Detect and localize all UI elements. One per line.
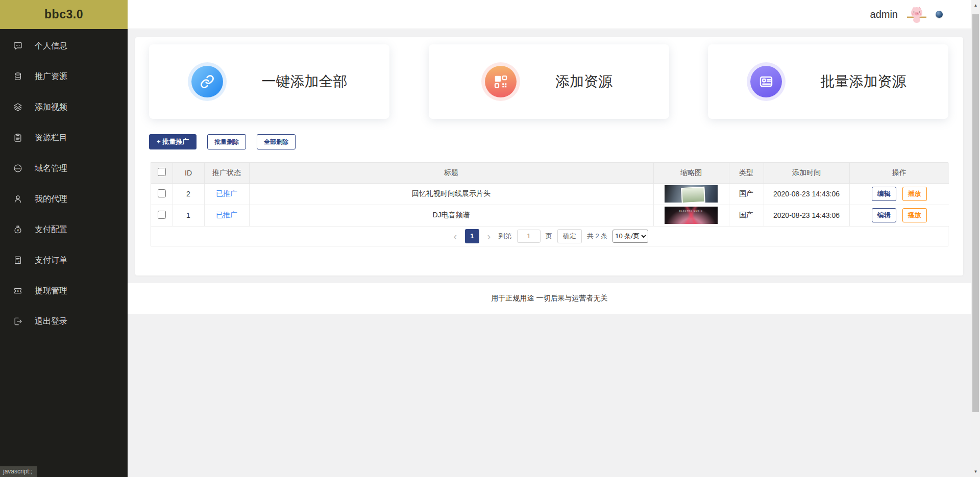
link-icon <box>191 66 223 97</box>
row-select-cell <box>151 205 173 226</box>
globe-www-icon: www <box>13 163 23 173</box>
batch-add-resource-card[interactable]: 批量添加资源 <box>708 44 948 119</box>
row-id: 2 <box>173 183 204 205</box>
row-id: 1 <box>173 205 204 226</box>
username-label: admin <box>870 9 898 20</box>
row-checkbox[interactable] <box>158 189 166 197</box>
disclaimer-text: 用于正规用途 一切后果与运营者无关 <box>492 294 608 303</box>
edit-button[interactable]: 编辑 <box>872 208 896 222</box>
scroll-down-arrow-icon[interactable]: ▼ <box>971 467 980 476</box>
page-size-select[interactable]: 10 条/页 <box>612 230 648 243</box>
sidebar-item-label: 域名管理 <box>35 163 67 174</box>
globe-sphere-icon[interactable] <box>936 11 943 18</box>
resource-table-container: ID 推广状态 标题 缩略图 类型 添加时间 操作 2 已推广 回忆礼视时间线展… <box>151 162 948 246</box>
add-resource-card[interactable]: 添加资源 <box>429 44 669 119</box>
toolbar: + 批量推广 批量删除 全部删除 <box>135 119 963 149</box>
table-row: 1 已推广 DJ电音频谱 ELECTRO MUSIC 国产 2020-08-23… <box>151 205 949 226</box>
sidebar-item-add-video[interactable]: 添加视频 <box>0 92 128 122</box>
receipt-icon: ¥ <box>13 255 23 265</box>
card-label: 添加资源 <box>555 72 612 91</box>
scrollbar-thumb[interactable] <box>972 14 979 412</box>
pagination: ‹ 1 › 到第 页 确定 共 2 条 10 条/页 <box>151 227 948 246</box>
chat-icon <box>13 41 23 51</box>
sidebar-item-label: 添加视频 <box>35 102 67 113</box>
row-status: 已推广 <box>204 205 249 226</box>
sidebar-item-label: 支付订单 <box>35 255 67 266</box>
svg-text:¥: ¥ <box>18 260 20 263</box>
row-actions: 编辑 播放 <box>849 205 949 226</box>
app-logo: bbc3.0 <box>0 0 128 29</box>
edit-button[interactable]: 编辑 <box>872 187 896 201</box>
next-page-arrow[interactable]: › <box>484 231 494 241</box>
sidebar-item-label: 支付配置 <box>35 224 67 235</box>
sidebar-item-label: 个人信息 <box>35 41 67 52</box>
total-count-label: 共 2 条 <box>587 232 607 241</box>
goto-suffix-label: 页 <box>546 232 552 241</box>
svg-text:¥: ¥ <box>17 289 19 293</box>
play-button[interactable]: 播放 <box>902 208 927 222</box>
browser-status-bar: javascript:; <box>0 466 37 477</box>
prev-page-arrow[interactable]: ‹ <box>451 231 460 241</box>
sidebar-item-label: 资源栏目 <box>35 133 67 143</box>
promoted-status-link[interactable]: 已推广 <box>216 211 237 219</box>
select-all-checkbox[interactable] <box>158 168 166 176</box>
row-thumbnail-cell: ELECTRO MUSIC <box>653 205 729 226</box>
sidebar-menu: 个人信息 推广资源 添加视频 资源栏目 www 域名管理 我的代理 ¥ 支付配置 <box>0 29 128 337</box>
scrollbar[interactable]: ▲ ▼ <box>971 0 980 477</box>
batch-delete-button[interactable]: 批量删除 <box>207 134 246 149</box>
header-type: 类型 <box>729 163 764 183</box>
add-all-card[interactable]: 一键添加全部 <box>149 44 389 119</box>
quick-action-cards: 一键添加全部 添加资源 批量添加资源 <box>135 37 963 119</box>
sidebar-item-my-agents[interactable]: 我的代理 <box>0 184 128 214</box>
form-icon <box>750 66 782 97</box>
user-icon <box>13 194 23 204</box>
sidebar-item-payment-orders[interactable]: ¥ 支付订单 <box>0 245 128 275</box>
sidebar-item-label: 提现管理 <box>35 286 67 296</box>
logout-icon <box>13 316 23 327</box>
svg-text:www: www <box>15 167 21 170</box>
row-thumbnail-cell <box>653 183 729 205</box>
delete-all-button[interactable]: 全部删除 <box>257 134 296 149</box>
sidebar-item-logout[interactable]: 退出登录 <box>0 306 128 337</box>
table-row: 2 已推广 回忆礼视时间线展示片头 国产 2020-08-23 14:43:06… <box>151 183 949 205</box>
moneybag-icon: ¥ <box>13 224 23 235</box>
sidebar-item-label: 我的代理 <box>35 194 67 205</box>
footer: 用于正规用途 一切后果与运营者无关 <box>128 283 971 314</box>
sidebar: bbc3.0 个人信息 推广资源 添加视频 资源栏目 www 域名管理 我的代理… <box>0 0 128 477</box>
pig-avatar-icon <box>906 4 927 24</box>
header-status: 推广状态 <box>204 163 249 183</box>
avatar[interactable] <box>906 4 927 25</box>
play-button[interactable]: 播放 <box>902 187 927 201</box>
row-time: 2020-08-23 14:43:06 <box>764 183 849 205</box>
goto-confirm-button[interactable]: 确定 <box>557 229 582 243</box>
promoted-status-link[interactable]: 已推广 <box>216 189 237 197</box>
card-label: 一键添加全部 <box>262 72 348 91</box>
row-type: 国产 <box>729 183 764 205</box>
resource-table: ID 推广状态 标题 缩略图 类型 添加时间 操作 2 已推广 回忆礼视时间线展… <box>151 163 949 227</box>
sidebar-item-resource-category[interactable]: 资源栏目 <box>0 122 128 153</box>
current-page-button[interactable]: 1 <box>465 229 479 243</box>
sidebar-item-domain[interactable]: www 域名管理 <box>0 153 128 184</box>
sidebar-item-promo-resources[interactable]: 推广资源 <box>0 61 128 92</box>
batch-promote-button[interactable]: + 批量推广 <box>149 134 197 149</box>
top-bar: admin <box>128 0 971 29</box>
thumbnail-caption: ELECTRO MUSIC <box>679 210 703 212</box>
city-collage-thumbnail <box>665 185 718 203</box>
row-type: 国产 <box>729 205 764 226</box>
sidebar-item-payment-config[interactable]: ¥ 支付配置 <box>0 214 128 245</box>
row-checkbox[interactable] <box>158 211 166 219</box>
row-status: 已推广 <box>204 183 249 205</box>
sidebar-item-withdrawal[interactable]: ¥ 提现管理 <box>0 275 128 306</box>
row-actions: 编辑 播放 <box>849 183 949 205</box>
header-title: 标题 <box>249 163 653 183</box>
sidebar-item-profile[interactable]: 个人信息 <box>0 31 128 61</box>
sidebar-item-label: 退出登录 <box>35 316 67 327</box>
sidebar-item-label: 推广资源 <box>35 71 67 82</box>
goto-prefix-label: 到第 <box>499 232 512 241</box>
goto-page-input[interactable] <box>517 230 541 243</box>
scroll-up-arrow-icon[interactable]: ▲ <box>971 1 980 10</box>
qr-icon <box>485 66 517 97</box>
card-label: 批量添加资源 <box>821 72 906 91</box>
svg-text:¥: ¥ <box>17 229 19 232</box>
database-icon <box>13 71 23 82</box>
